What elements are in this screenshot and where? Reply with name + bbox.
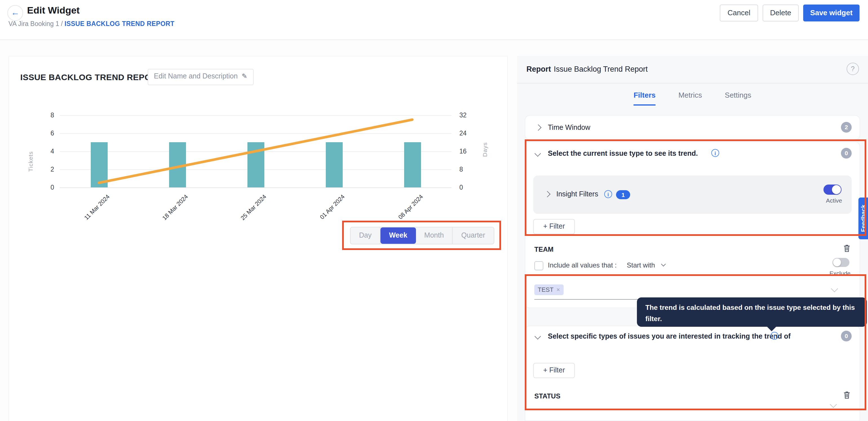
right-axis-tick: 16 <box>459 148 478 155</box>
panel-divider <box>517 83 868 84</box>
chevron-down-icon[interactable] <box>535 150 541 157</box>
edit-widget-page: ← Edit Widget VA Jira Booking 1 / ISSUE … <box>0 0 868 421</box>
time-window-label: Time Window <box>548 123 590 132</box>
delete-button[interactable]: Delete <box>763 4 799 22</box>
x-axis-label: 11 Mar 2024 <box>70 193 111 234</box>
feedback-tab[interactable]: Feedback <box>859 198 868 239</box>
tab-settings[interactable]: Settings <box>725 91 751 104</box>
period-option-month[interactable]: Month <box>416 227 453 244</box>
team-value-tag: TEST× <box>534 284 563 295</box>
question-glyph: ? <box>851 65 855 73</box>
info-glyph: i <box>714 150 716 156</box>
info-icon[interactable]: i <box>711 149 719 157</box>
tooltip-line2: If no filters are selected, all issues w… <box>645 325 867 336</box>
team-filter-label: TEAM <box>534 246 554 253</box>
toggle-knob <box>832 185 841 194</box>
active-toggle[interactable] <box>824 185 841 195</box>
info-icon[interactable]: i <box>604 190 612 198</box>
trend-chart: Tickets Days 024680816243211 Mar 202418 … <box>9 90 508 293</box>
tab-metrics[interactable]: Metrics <box>678 91 702 104</box>
issue-type-section-badge: 0 <box>841 148 851 159</box>
x-axis-label: 25 Mar 2024 <box>226 193 267 234</box>
time-window-badge: 2 <box>841 122 851 133</box>
help-icon[interactable]: ? <box>846 63 859 75</box>
right-axis-tick: 0 <box>459 184 478 191</box>
trend-tooltip: The trend is calculated based on the iss… <box>637 298 867 327</box>
include-all-checkbox[interactable] <box>534 261 544 270</box>
x-axis-label: 01 Apr 2024 <box>305 193 345 234</box>
widget-title: ISSUE BACKLOG TREND REPORT <box>20 72 163 82</box>
issue-type-section: Select the current issue type to see its… <box>525 142 860 308</box>
page-header: ← Edit Widget VA Jira Booking 1 / ISSUE … <box>0 0 868 40</box>
x-axis-label: 18 Mar 2024 <box>148 193 189 234</box>
edit-name-description-label: Edit Name and Description <box>154 72 238 80</box>
edit-name-description-button[interactable]: Edit Name and Description✎ <box>148 69 254 85</box>
exclude-toggle[interactable] <box>833 258 849 267</box>
exclude-toggle-label: Exclude <box>829 270 850 277</box>
time-window-section[interactable]: Time Window 2 <box>525 116 860 139</box>
period-switcher: Day Week Month Quarter <box>350 227 494 244</box>
left-axis-tick: 2 <box>35 166 54 173</box>
left-axis-tick: 0 <box>35 184 54 191</box>
chevron-right-icon <box>535 124 541 131</box>
toggle-knob <box>833 258 841 266</box>
right-axis-title: Days <box>482 142 488 157</box>
right-axis-tick: 32 <box>459 112 478 118</box>
insight-filters-label: Insight Filters <box>556 190 598 198</box>
include-all-label: Include all values that : <box>548 261 617 269</box>
right-axis-tick: 24 <box>459 130 478 137</box>
period-option-day[interactable]: Day <box>350 227 380 244</box>
breadcrumb: VA Jira Booking 1 / ISSUE BACKLOG TREND … <box>8 20 175 27</box>
trash-icon[interactable] <box>843 391 851 402</box>
widget-chart-card: ISSUE BACKLOG TREND REPORT Edit Name and… <box>8 56 508 421</box>
period-option-week[interactable]: Week <box>380 227 416 244</box>
panel-title-rest: Issue Backlog Trend Report <box>554 65 648 73</box>
left-axis-title: Tickets <box>27 151 34 172</box>
report-settings-panel: ReportIssue Backlog Trend Report ? Filte… <box>517 56 868 421</box>
trash-icon[interactable] <box>843 244 851 255</box>
pencil-icon: ✎ <box>242 72 247 80</box>
add-filter-button[interactable]: + Filter <box>533 363 575 378</box>
save-widget-button[interactable]: Save widget <box>803 4 860 22</box>
left-axis-tick: 4 <box>35 148 54 155</box>
insight-filters-count-badge: 1 <box>616 190 630 199</box>
tab-filters[interactable]: Filters <box>633 91 655 106</box>
panel-tabs: Filters Metrics Settings <box>517 90 868 106</box>
breadcrumb-link[interactable]: ISSUE BACKLOG TREND REPORT <box>65 20 175 27</box>
feedback-label: Feedback <box>859 198 868 239</box>
back-button[interactable]: ← <box>7 5 23 21</box>
active-toggle-label: Active <box>826 197 842 204</box>
status-select-underline[interactable] <box>534 409 785 410</box>
team-value-text: TEST <box>538 286 554 293</box>
issue-type-section-label: Select the current issue type to see its… <box>548 149 698 158</box>
page-title: Edit Widget <box>27 5 80 17</box>
tooltip-line1: The trend is calculated based on the iss… <box>645 303 867 325</box>
add-filter-button[interactable]: + Filter <box>533 219 575 234</box>
operator-select[interactable]: Start with <box>627 261 655 269</box>
back-arrow-icon: ← <box>11 7 20 17</box>
breadcrumb-prefix: VA Jira Booking 1 / <box>8 20 65 27</box>
left-axis-tick: 8 <box>35 112 54 118</box>
chevron-down-icon[interactable] <box>661 262 666 266</box>
chevron-down-icon[interactable] <box>535 333 541 340</box>
period-option-quarter[interactable]: Quarter <box>453 227 494 244</box>
tooltip-arrow <box>767 327 776 331</box>
chevron-down-icon[interactable] <box>830 401 837 408</box>
panel-title: ReportIssue Backlog Trend Report <box>526 65 648 73</box>
trend-line <box>60 115 452 193</box>
status-filter-label: STATUS <box>534 392 560 400</box>
specific-types-section: Select specific types of issues you are … <box>525 326 860 420</box>
insight-filters-card: Insight Filters i 1 Active <box>533 175 851 214</box>
chevron-right-icon[interactable] <box>544 191 551 198</box>
chevron-down-icon[interactable] <box>831 285 838 292</box>
cancel-button[interactable]: Cancel <box>720 4 758 22</box>
info-glyph: i <box>607 191 609 198</box>
close-icon[interactable]: × <box>556 286 560 293</box>
right-axis-tick: 8 <box>459 166 478 173</box>
left-axis-tick: 6 <box>35 130 54 137</box>
panel-title-bold: Report <box>526 65 551 73</box>
